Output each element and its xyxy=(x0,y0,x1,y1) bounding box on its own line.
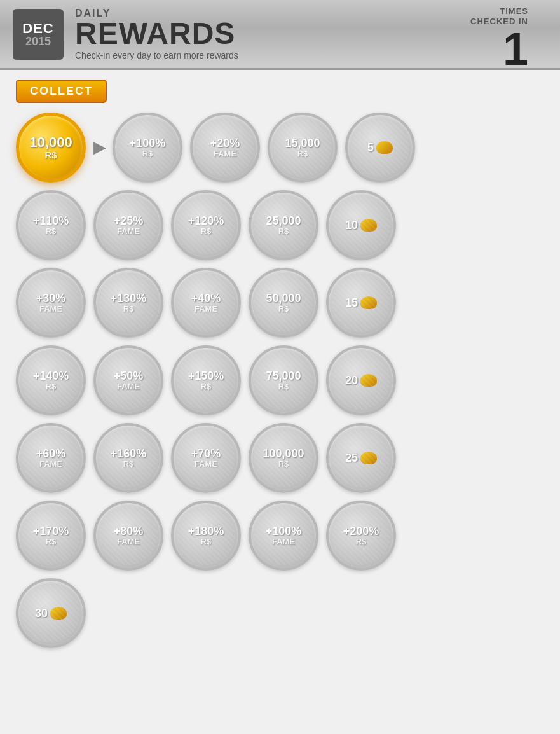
reward-row-7: 30 xyxy=(16,578,525,648)
reward-coin-4-5: 20 xyxy=(326,345,396,415)
reward-coin-3-5: 15 xyxy=(326,268,396,338)
reward-coin-2-4: 25,000 R$ xyxy=(249,190,318,260)
coin-value-active: 10,000 xyxy=(29,135,72,149)
reward-coin-3-1: +30% FAME xyxy=(16,268,86,338)
reward-coin-3-4: 50,000 R$ xyxy=(249,268,318,338)
reward-coin-active[interactable]: 10,000 R$ xyxy=(16,113,86,183)
reward-coin-5-2: +160% R$ xyxy=(93,423,163,493)
reward-coin-6-3: +180% R$ xyxy=(171,501,241,571)
times-checked: TIMESCHECKED IN 1 xyxy=(470,6,528,72)
coin-label-active: R$ xyxy=(44,149,57,160)
reward-coin-1-2: +100% R$ xyxy=(113,113,182,183)
reward-coin-5-3: +70% FAME xyxy=(171,423,241,493)
reward-coin-4-4: 75,000 R$ xyxy=(249,345,318,415)
times-checked-number: 1 xyxy=(470,26,528,72)
header: DEC 2015 DAILY REWARDS Check-in every da… xyxy=(0,0,560,70)
reward-coin-2-5: 10 xyxy=(326,190,396,260)
reward-row-6: +170% R$ +80% FAME +180% R$ +100% FAME +… xyxy=(16,501,525,571)
reward-coin-4-2: +50% FAME xyxy=(93,345,163,415)
reward-coin-3-3: +40% FAME xyxy=(171,268,241,338)
main-content: COLLECT 10,000 R$ ▶ +100% R$ +20% FAME 1… xyxy=(0,70,560,734)
reward-coin-2-3: +120% R$ xyxy=(171,190,241,260)
helmet-icon-5 xyxy=(360,452,377,464)
reward-coin-5-1: +60% FAME xyxy=(16,423,86,493)
arrow-icon: ▶ xyxy=(93,139,105,156)
helmet-icon-3 xyxy=(360,296,377,309)
reward-coin-1-5: 5 xyxy=(345,113,415,183)
reward-coin-6-2: +80% FAME xyxy=(93,501,163,571)
reward-row-4: +140% R$ +50% FAME +150% R$ 75,000 R$ 20 xyxy=(16,345,525,415)
helmet-icon-2 xyxy=(360,219,377,232)
date-month: DEC xyxy=(22,22,53,36)
reward-coin-7-1: 30 xyxy=(16,578,86,648)
collect-button[interactable]: COLLECT xyxy=(16,80,107,103)
reward-coin-1-4: 15,000 R$ xyxy=(268,113,338,183)
reward-row-2: +110% R$ +25% FAME +120% R$ 25,000 R$ 10 xyxy=(16,190,525,260)
helmet-icon-7 xyxy=(50,607,67,620)
reward-coin-2-1: +110% R$ xyxy=(16,190,86,260)
reward-coin-6-5: +200% R$ xyxy=(326,501,396,571)
date-badge: DEC 2015 xyxy=(13,9,64,60)
helmet-icon-1 xyxy=(376,141,393,154)
reward-coin-5-4: 100,000 R$ xyxy=(249,423,318,493)
helmet-icon-4 xyxy=(360,374,377,387)
reward-row-3: +30% FAME +130% R$ +40% FAME 50,000 R$ 1… xyxy=(16,268,525,338)
reward-coin-6-4: +100% FAME xyxy=(249,501,318,571)
reward-coin-2-2: +25% FAME xyxy=(93,190,163,260)
reward-coin-5-5: 25 xyxy=(326,423,396,493)
reward-coin-1-3: +20% FAME xyxy=(190,113,260,183)
reward-coin-3-2: +130% R$ xyxy=(93,268,163,338)
reward-coin-4-3: +150% R$ xyxy=(171,345,241,415)
reward-coin-6-1: +170% R$ xyxy=(16,501,86,571)
reward-row-5: +60% FAME +160% R$ +70% FAME 100,000 R$ … xyxy=(16,423,525,493)
reward-row-1: 10,000 R$ ▶ +100% R$ +20% FAME 15,000 R$… xyxy=(16,113,525,183)
date-year: 2015 xyxy=(25,36,51,47)
reward-coin-4-1: +140% R$ xyxy=(16,345,86,415)
